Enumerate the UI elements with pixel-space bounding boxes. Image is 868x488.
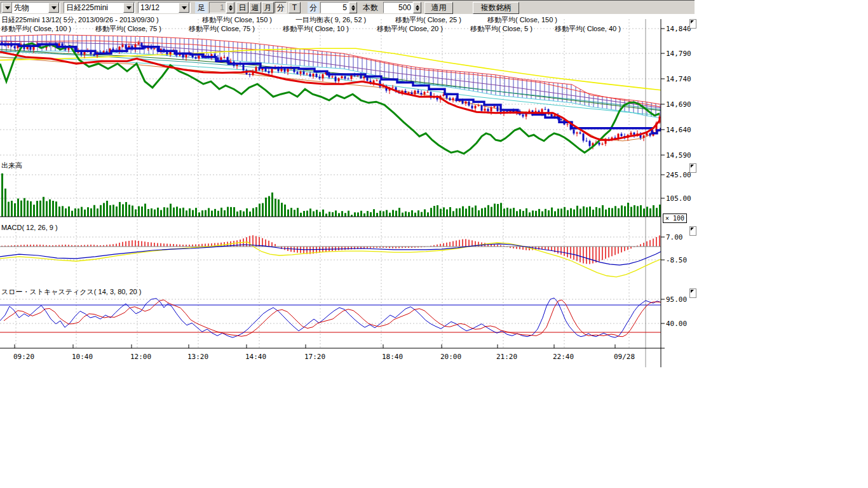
legend-item: 一目均衡表( 9, 26, 52 ) bbox=[295, 15, 366, 25]
period-minute-button[interactable]: 分 bbox=[275, 2, 287, 13]
svg-text:21:20: 21:20 bbox=[496, 353, 517, 361]
svg-text:245.00: 245.00 bbox=[666, 171, 691, 179]
svg-text:12:00: 12:00 bbox=[130, 353, 151, 361]
period-day-button[interactable]: 日 bbox=[236, 2, 248, 13]
legend-item: 移動平均( Close, 100 ) bbox=[1, 24, 71, 34]
spinner-arrows-icon[interactable] bbox=[413, 2, 421, 13]
volume-panel-label: 出来高 bbox=[1, 161, 22, 170]
svg-text:09:20: 09:20 bbox=[13, 353, 34, 361]
minute-label: 分 bbox=[308, 2, 319, 13]
period-month-button[interactable]: 月 bbox=[262, 2, 274, 13]
svg-text:14,790: 14,790 bbox=[666, 50, 691, 58]
macd-panel-label: MACD( 12, 26, 9 ) bbox=[1, 224, 58, 231]
svg-text:13:20: 13:20 bbox=[187, 353, 208, 361]
legend-item: 移動平均( Close, 75 ) bbox=[95, 24, 161, 34]
dropdown-arrow-icon[interactable] bbox=[179, 3, 189, 13]
legend-item: 移動平均( Close, 10 ) bbox=[283, 24, 349, 34]
legend-item: 移動平均( Close, 40 ) bbox=[555, 24, 621, 34]
panel-expand-icon[interactable] bbox=[689, 226, 696, 236]
svg-text:105.00: 105.00 bbox=[666, 194, 691, 203]
symbol-value: 日経225mini bbox=[64, 3, 123, 13]
legend-item: 移動平均( Close, 150 ) bbox=[202, 15, 272, 25]
svg-text:20:00: 20:00 bbox=[440, 353, 461, 361]
svg-text:10:40: 10:40 bbox=[72, 353, 93, 361]
panel-expand-icon[interactable] bbox=[689, 163, 696, 173]
svg-text:09/28: 09/28 bbox=[614, 353, 635, 361]
svg-text:14:40: 14:40 bbox=[245, 353, 266, 361]
svg-text:14,840: 14,840 bbox=[666, 25, 691, 33]
instrument-type-value: 先物 bbox=[12, 3, 48, 13]
bar-count-value[interactable]: 500 bbox=[383, 2, 413, 13]
symbol-combo[interactable]: 日経225mini bbox=[64, 2, 135, 13]
legend-item: 移動平均( Close, 5 ) bbox=[470, 24, 532, 34]
toolbar: 先物 日経225mini 13/12 足 1 日 週 月 分 T 分 5 本数 … bbox=[0, 0, 695, 14]
svg-text:14,590: 14,590 bbox=[666, 151, 691, 159]
contract-month-combo[interactable]: 13/12 bbox=[138, 2, 191, 13]
legend-item: 移動平均( Close, 25 ) bbox=[395, 15, 461, 25]
chart-area[interactable]: 14,84014,79014,74014,69014,64014,590245.… bbox=[0, 0, 868, 488]
legend-item: 移動平均( Close, 20 ) bbox=[377, 24, 443, 34]
spinner-arrows-icon bbox=[226, 2, 234, 13]
legend-item: 移動平均( Close, 75 ) bbox=[189, 24, 255, 34]
legend-item: 移動平均( Close, 150 ) bbox=[487, 15, 557, 25]
panel-expand-icon[interactable] bbox=[689, 288, 696, 298]
svg-text:-8.50: -8.50 bbox=[666, 256, 687, 264]
svg-text:17:20: 17:20 bbox=[304, 353, 325, 361]
bar-interval-value: 1 bbox=[209, 2, 226, 13]
svg-text:14,640: 14,640 bbox=[666, 126, 691, 134]
svg-text:7.00: 7.00 bbox=[666, 233, 683, 241]
svg-text:18:40: 18:40 bbox=[382, 353, 403, 361]
period-week-button[interactable]: 週 bbox=[249, 2, 261, 13]
svg-text:14,740: 14,740 bbox=[666, 75, 691, 83]
multi-symbol-button[interactable]: 複数銘柄 bbox=[473, 2, 519, 14]
svg-text:14,690: 14,690 bbox=[666, 100, 691, 109]
bar-type-label: 足 bbox=[195, 2, 208, 13]
panel-expand-icon[interactable] bbox=[689, 19, 696, 29]
bar-count-spinner[interactable]: 500 bbox=[383, 2, 421, 13]
volume-multiplier-badge: × 100 bbox=[663, 214, 687, 223]
spinner-arrows-icon[interactable] bbox=[349, 2, 357, 13]
chart-canvas[interactable]: 14,84014,79014,74014,69014,64014,590245.… bbox=[0, 0, 868, 488]
svg-text:40.00: 40.00 bbox=[666, 320, 687, 328]
dropdown-arrow-icon[interactable] bbox=[123, 3, 134, 13]
svg-text:22:40: 22:40 bbox=[553, 353, 574, 361]
apply-button[interactable]: 適用 bbox=[424, 2, 453, 14]
svg-text:95.00: 95.00 bbox=[666, 295, 687, 304]
minute-value-spinner[interactable]: 5 bbox=[320, 2, 357, 13]
minute-value[interactable]: 5 bbox=[320, 2, 349, 13]
contract-month-value: 13/12 bbox=[139, 3, 178, 12]
legend-item: 日経225mini 13/12( 5分, 2013/09/26 - 2013/0… bbox=[1, 15, 159, 25]
period-tick-button[interactable]: T bbox=[288, 2, 301, 13]
bar-interval-spinner: 1 bbox=[209, 2, 234, 13]
instrument-type-combo[interactable]: 先物 bbox=[11, 2, 60, 13]
bar-count-label: 本数 bbox=[360, 2, 381, 13]
stochastics-panel-label: スロー・ストキャスティクス( 14, 3, 80, 20 ) bbox=[1, 287, 141, 297]
dropdown-arrow-icon[interactable] bbox=[48, 3, 59, 13]
